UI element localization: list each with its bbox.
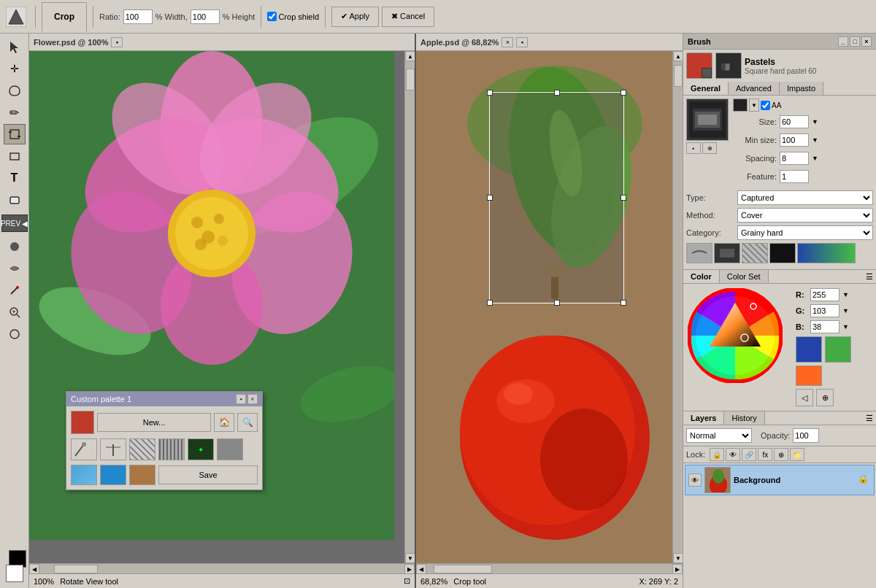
palette-brush-6[interactable]: [217, 438, 243, 460]
type-select[interactable]: Captured: [737, 190, 873, 205]
b-arrow[interactable]: ▼: [842, 323, 849, 330]
palette-color-1[interactable]: [71, 465, 97, 485]
right-vscroll-track[interactable]: [673, 61, 683, 553]
crop-tab[interactable]: Crop: [42, 2, 87, 31]
color-tab-colorset[interactable]: Color Set: [720, 270, 769, 283]
pattern-btn-3[interactable]: [742, 243, 768, 263]
brush-thumb-btn2[interactable]: ⊕: [702, 142, 717, 154]
crop-shield-checkbox[interactable]: [267, 12, 277, 21]
left-hscroll-thumb[interactable]: [54, 565, 98, 573]
layer-eye-button[interactable]: 👁: [688, 473, 702, 487]
brush-thumb-btn1[interactable]: ▪: [686, 142, 701, 154]
brush-texture-dropdown[interactable]: ▒▓: [715, 53, 742, 79]
palette-new-button[interactable]: New...: [97, 413, 211, 432]
right-doc-minimize[interactable]: ▪: [516, 37, 528, 47]
tool-paint[interactable]: [4, 236, 26, 257]
layers-tab-history[interactable]: History: [724, 411, 764, 425]
brush-color-arrow[interactable]: ▼: [749, 98, 759, 112]
left-hscroll-right[interactable]: ▶: [404, 564, 415, 574]
color-tab-color[interactable]: Color: [683, 270, 720, 283]
palette-color-2[interactable]: [100, 465, 126, 485]
palette-brush-1[interactable]: [71, 438, 97, 460]
right-hscroll-left[interactable]: ◀: [416, 564, 426, 574]
palette-brush-2[interactable]: [100, 438, 126, 460]
apply-button[interactable]: ✔ Apply: [331, 7, 379, 27]
right-hscroll-track[interactable]: [426, 564, 672, 573]
right-vscroll[interactable]: ▲ ▼: [672, 51, 683, 563]
crop-handle-tr[interactable]: [620, 90, 626, 96]
spacing-arrow[interactable]: ▼: [812, 155, 818, 162]
left-vscroll-track[interactable]: [405, 61, 415, 553]
palette-close-button[interactable]: ×: [247, 394, 258, 404]
left-vscroll[interactable]: ▲ ▼: [404, 51, 415, 563]
right-doc-close[interactable]: ×: [502, 37, 513, 47]
tool-eraser[interactable]: [4, 190, 26, 210]
crop-handle-ml[interactable]: [487, 195, 493, 201]
crop-selection[interactable]: [489, 92, 624, 303]
layer-link-btn[interactable]: 🔗: [742, 448, 756, 461]
left-vscroll-thumb[interactable]: [406, 69, 415, 90]
palette-save-button[interactable]: Save: [158, 465, 258, 484]
tool-rectangle[interactable]: [4, 146, 26, 166]
g-input[interactable]: [810, 304, 840, 317]
tool-move[interactable]: ✛: [4, 58, 26, 79]
spacing-input[interactable]: [780, 152, 809, 165]
r-arrow[interactable]: ▼: [842, 291, 849, 298]
left-hscroll-track[interactable]: [39, 564, 404, 573]
layer-mask-btn[interactable]: ⊕: [774, 448, 788, 461]
prev-button[interactable]: PREV ◀: [1, 214, 28, 232]
left-hscroll[interactable]: ◀ ▶: [29, 563, 415, 573]
palette-current-color[interactable]: [71, 411, 94, 434]
brush-panel-close[interactable]: ×: [861, 36, 872, 47]
right-doc-tab[interactable]: Apple.psd @ 68,82% × ▪: [416, 34, 683, 51]
pattern-btn-4[interactable]: [769, 243, 796, 263]
crop-handle-tl[interactable]: [487, 90, 493, 96]
width-input[interactable]: [191, 9, 220, 24]
crop-handle-bl[interactable]: [487, 300, 493, 306]
color-swatch-orange[interactable]: [796, 365, 822, 386]
layer-visible-btn[interactable]: 👁: [726, 448, 740, 461]
color-swatch-blue[interactable]: [796, 336, 822, 363]
crop-handle-tm[interactable]: [554, 90, 560, 96]
brush-tab-impasto[interactable]: Impasto: [780, 82, 823, 95]
crop-handle-mr[interactable]: [620, 195, 626, 201]
left-vscroll-up[interactable]: ▲: [405, 51, 415, 61]
palette-brush-4[interactable]: [158, 438, 185, 460]
left-doc-minimize[interactable]: ▪: [111, 37, 123, 47]
right-vscroll-up[interactable]: ▲: [673, 51, 683, 61]
layers-panel-menu[interactable]: ☰: [866, 414, 873, 423]
brush-panel-max[interactable]: □: [850, 36, 860, 47]
tool-zoom[interactable]: [4, 302, 26, 322]
size-input[interactable]: [780, 115, 809, 128]
palette-home-icon[interactable]: 🏠: [214, 413, 234, 432]
left-vscroll-down[interactable]: ▼: [405, 553, 415, 563]
right-hscroll-right[interactable]: ▶: [672, 564, 683, 574]
crop-handle-bm[interactable]: [554, 300, 560, 306]
cancel-button[interactable]: ✖ Cancel: [382, 7, 434, 27]
min-size-arrow[interactable]: ▼: [812, 136, 818, 144]
palette-brush-5[interactable]: ✦: [188, 438, 214, 460]
layer-lock-btn[interactable]: 🔒: [710, 448, 724, 461]
layers-tab-layers[interactable]: Layers: [683, 411, 724, 425]
palette-color-3[interactable]: [129, 465, 155, 485]
right-canvas[interactable]: X: 120 pixels Y: 7 pixels W: 275 pixels …: [416, 51, 672, 563]
left-canvas[interactable]: Custom palette 1 ▪ × New...: [29, 51, 404, 563]
tool-pen[interactable]: ✏: [4, 102, 26, 123]
tool-select[interactable]: [4, 36, 26, 57]
brush-tab-advanced[interactable]: Advanced: [729, 82, 780, 95]
feature-input[interactable]: [780, 170, 809, 183]
tool-smudge[interactable]: [4, 258, 26, 279]
palette-title-bar[interactable]: Custom palette 1 ▪ ×: [66, 392, 262, 406]
crop-handle-br[interactable]: [620, 300, 626, 306]
color-swatch-green[interactable]: [825, 336, 851, 363]
pattern-btn-gradient[interactable]: [797, 243, 856, 263]
palette-brush-3[interactable]: [129, 438, 155, 460]
tool-crop[interactable]: [4, 124, 26, 144]
category-select[interactable]: Grainy hard: [737, 225, 873, 240]
tool-dodge[interactable]: [4, 324, 26, 344]
tool-eyedropper[interactable]: [4, 280, 26, 301]
layer-fx-btn[interactable]: fx: [758, 448, 772, 461]
brush-aa-checkbox[interactable]: [761, 101, 770, 110]
right-hscroll-thumb[interactable]: [434, 565, 492, 573]
right-hscroll[interactable]: ◀ ▶: [416, 563, 683, 573]
